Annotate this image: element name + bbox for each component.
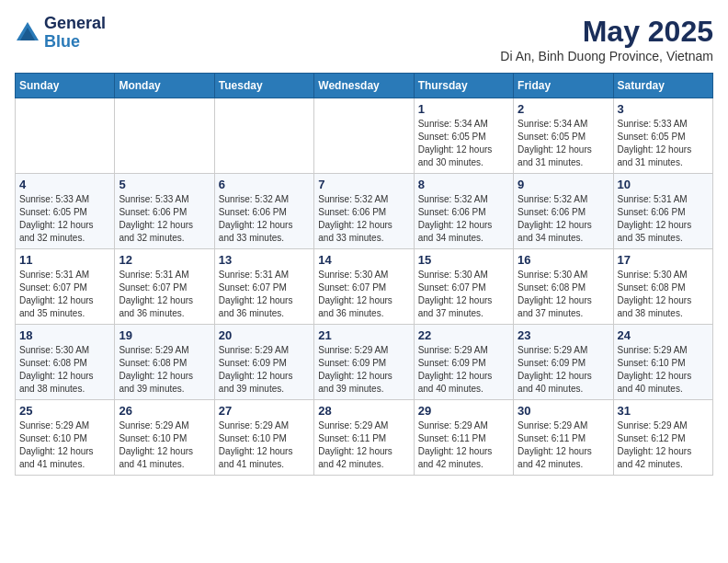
day-info: Sunrise: 5:30 AM Sunset: 6:08 PM Dayligh… <box>618 269 709 320</box>
logo-blue: Blue <box>44 33 106 52</box>
day-number: 30 <box>518 404 609 418</box>
day-info: Sunrise: 5:32 AM Sunset: 6:06 PM Dayligh… <box>518 193 609 245</box>
calendar-week-row: 25Sunrise: 5:29 AM Sunset: 6:10 PM Dayli… <box>16 400 713 476</box>
calendar-cell: 4Sunrise: 5:33 AM Sunset: 6:05 PM Daylig… <box>16 174 115 249</box>
day-number: 9 <box>518 178 609 191</box>
day-info: Sunrise: 5:29 AM Sunset: 6:09 PM Dayligh… <box>418 344 509 396</box>
calendar-cell: 30Sunrise: 5:29 AM Sunset: 6:11 PM Dayli… <box>514 400 613 476</box>
calendar-week-row: 18Sunrise: 5:30 AM Sunset: 6:08 PM Dayli… <box>16 325 713 400</box>
calendar-cell <box>314 98 414 174</box>
day-info: Sunrise: 5:33 AM Sunset: 6:06 PM Dayligh… <box>119 193 210 245</box>
day-number: 16 <box>518 253 609 267</box>
calendar-week-row: 1Sunrise: 5:34 AM Sunset: 6:05 PM Daylig… <box>16 98 713 174</box>
day-number: 2 <box>518 102 609 116</box>
day-info: Sunrise: 5:34 AM Sunset: 6:05 PM Dayligh… <box>418 118 509 169</box>
day-number: 7 <box>318 178 409 191</box>
calendar-cell <box>214 98 313 174</box>
day-number: 25 <box>19 404 110 418</box>
calendar-cell: 26Sunrise: 5:29 AM Sunset: 6:10 PM Dayli… <box>115 400 214 476</box>
day-number: 28 <box>318 404 409 418</box>
day-info: Sunrise: 5:32 AM Sunset: 6:06 PM Dayligh… <box>219 193 310 245</box>
calendar-cell: 19Sunrise: 5:29 AM Sunset: 6:08 PM Dayli… <box>115 325 214 400</box>
day-info: Sunrise: 5:29 AM Sunset: 6:09 PM Dayligh… <box>518 344 609 396</box>
calendar-cell <box>115 98 214 174</box>
day-number: 3 <box>618 102 709 116</box>
calendar-cell: 21Sunrise: 5:29 AM Sunset: 6:09 PM Dayli… <box>314 325 414 400</box>
day-info: Sunrise: 5:29 AM Sunset: 6:09 PM Dayligh… <box>318 344 409 396</box>
logo: General Blue <box>15 15 106 52</box>
calendar-cell: 7Sunrise: 5:32 AM Sunset: 6:06 PM Daylig… <box>314 174 414 249</box>
calendar-cell: 12Sunrise: 5:31 AM Sunset: 6:07 PM Dayli… <box>115 249 214 325</box>
day-number: 13 <box>219 253 310 267</box>
calendar-cell: 9Sunrise: 5:32 AM Sunset: 6:06 PM Daylig… <box>514 174 613 249</box>
calendar-cell: 5Sunrise: 5:33 AM Sunset: 6:06 PM Daylig… <box>115 174 214 249</box>
logo-icon <box>15 20 40 46</box>
day-number: 19 <box>119 328 210 342</box>
day-info: Sunrise: 5:31 AM Sunset: 6:07 PM Dayligh… <box>219 269 310 320</box>
weekday-header-tuesday: Tuesday <box>214 74 313 98</box>
day-info: Sunrise: 5:31 AM Sunset: 6:07 PM Dayligh… <box>19 269 110 320</box>
day-info: Sunrise: 5:32 AM Sunset: 6:06 PM Dayligh… <box>418 193 509 245</box>
day-info: Sunrise: 5:30 AM Sunset: 6:07 PM Dayligh… <box>418 269 509 320</box>
calendar-cell: 13Sunrise: 5:31 AM Sunset: 6:07 PM Dayli… <box>214 249 313 325</box>
day-number: 24 <box>618 328 709 342</box>
day-number: 21 <box>318 328 409 342</box>
calendar-week-row: 11Sunrise: 5:31 AM Sunset: 6:07 PM Dayli… <box>16 249 713 325</box>
day-number: 1 <box>418 102 509 116</box>
day-number: 27 <box>219 404 310 418</box>
calendar-cell: 17Sunrise: 5:30 AM Sunset: 6:08 PM Dayli… <box>613 249 712 325</box>
day-number: 15 <box>418 253 509 267</box>
calendar-cell: 24Sunrise: 5:29 AM Sunset: 6:10 PM Dayli… <box>613 325 712 400</box>
day-info: Sunrise: 5:29 AM Sunset: 6:10 PM Dayligh… <box>219 419 310 471</box>
day-info: Sunrise: 5:29 AM Sunset: 6:10 PM Dayligh… <box>618 344 709 396</box>
weekday-header-sunday: Sunday <box>16 74 115 98</box>
calendar-cell: 6Sunrise: 5:32 AM Sunset: 6:06 PM Daylig… <box>214 174 313 249</box>
calendar-cell: 3Sunrise: 5:33 AM Sunset: 6:05 PM Daylig… <box>613 98 712 174</box>
day-number: 6 <box>219 178 310 191</box>
logo-general: General <box>44 15 106 33</box>
day-info: Sunrise: 5:29 AM Sunset: 6:10 PM Dayligh… <box>119 419 210 471</box>
day-info: Sunrise: 5:32 AM Sunset: 6:06 PM Dayligh… <box>318 193 409 245</box>
day-info: Sunrise: 5:30 AM Sunset: 6:07 PM Dayligh… <box>318 269 409 320</box>
day-number: 14 <box>318 253 409 267</box>
day-number: 8 <box>418 178 509 191</box>
day-info: Sunrise: 5:29 AM Sunset: 6:09 PM Dayligh… <box>219 344 310 396</box>
day-info: Sunrise: 5:30 AM Sunset: 6:08 PM Dayligh… <box>19 344 110 396</box>
day-number: 26 <box>119 404 210 418</box>
calendar-cell: 20Sunrise: 5:29 AM Sunset: 6:09 PM Dayli… <box>214 325 313 400</box>
day-number: 18 <box>19 328 110 342</box>
day-number: 12 <box>119 253 210 267</box>
month-title: May 2025 <box>500 15 713 49</box>
weekday-header-wednesday: Wednesday <box>314 74 414 98</box>
weekday-header-thursday: Thursday <box>414 74 513 98</box>
calendar-cell: 16Sunrise: 5:30 AM Sunset: 6:08 PM Dayli… <box>514 249 613 325</box>
day-number: 22 <box>418 328 509 342</box>
calendar-cell <box>16 98 115 174</box>
calendar-cell: 23Sunrise: 5:29 AM Sunset: 6:09 PM Dayli… <box>514 325 613 400</box>
page-header: General Blue May 2025 Di An, Binh Duong … <box>15 15 713 63</box>
day-number: 23 <box>518 328 609 342</box>
calendar-cell: 8Sunrise: 5:32 AM Sunset: 6:06 PM Daylig… <box>414 174 513 249</box>
day-number: 20 <box>219 328 310 342</box>
day-number: 11 <box>19 253 110 267</box>
logo-text: General Blue <box>44 15 106 52</box>
day-info: Sunrise: 5:29 AM Sunset: 6:12 PM Dayligh… <box>618 419 709 471</box>
day-info: Sunrise: 5:33 AM Sunset: 6:05 PM Dayligh… <box>19 193 110 245</box>
title-block: May 2025 Di An, Binh Duong Province, Vie… <box>500 15 713 63</box>
calendar-cell: 18Sunrise: 5:30 AM Sunset: 6:08 PM Dayli… <box>16 325 115 400</box>
day-number: 29 <box>418 404 509 418</box>
weekday-header-friday: Friday <box>514 74 613 98</box>
day-number: 5 <box>119 178 210 191</box>
day-info: Sunrise: 5:33 AM Sunset: 6:05 PM Dayligh… <box>618 118 709 169</box>
calendar-cell: 2Sunrise: 5:34 AM Sunset: 6:05 PM Daylig… <box>514 98 613 174</box>
day-info: Sunrise: 5:29 AM Sunset: 6:11 PM Dayligh… <box>518 419 609 471</box>
calendar-cell: 10Sunrise: 5:31 AM Sunset: 6:06 PM Dayli… <box>613 174 712 249</box>
day-number: 10 <box>618 178 709 191</box>
day-number: 17 <box>618 253 709 267</box>
day-info: Sunrise: 5:29 AM Sunset: 6:10 PM Dayligh… <box>19 419 110 471</box>
day-info: Sunrise: 5:31 AM Sunset: 6:06 PM Dayligh… <box>618 193 709 245</box>
day-info: Sunrise: 5:29 AM Sunset: 6:11 PM Dayligh… <box>418 419 509 471</box>
location-title: Di An, Binh Duong Province, Vietnam <box>500 49 713 63</box>
calendar-cell: 29Sunrise: 5:29 AM Sunset: 6:11 PM Dayli… <box>414 400 513 476</box>
calendar-cell: 27Sunrise: 5:29 AM Sunset: 6:10 PM Dayli… <box>214 400 313 476</box>
